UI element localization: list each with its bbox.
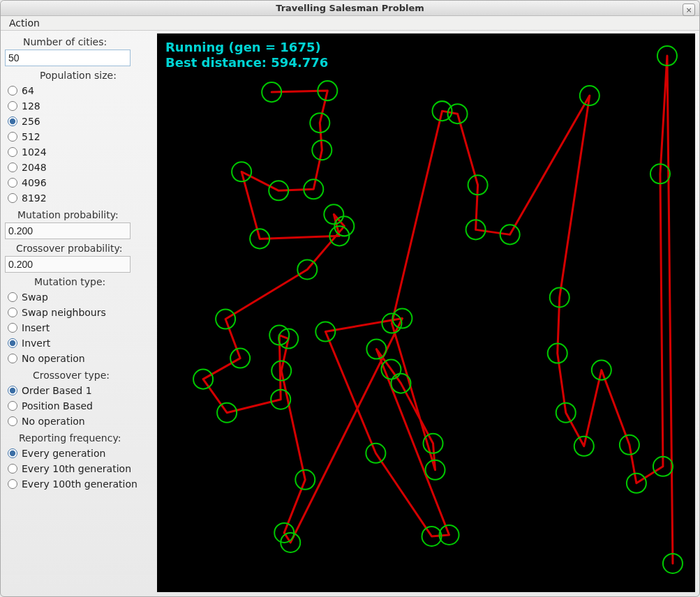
cross-type-radio-1[interactable] (8, 401, 17, 411)
cross-type-label: Crossover type: (5, 367, 154, 382)
report-freq-radio-1[interactable] (8, 464, 17, 474)
pop-size-radio-5[interactable] (8, 163, 17, 172)
menu-action[interactable]: Action (5, 16, 44, 30)
cross-type-label-1: Position Based (22, 400, 93, 411)
route-polyline (203, 56, 673, 564)
pop-size-label-7: 8192 (22, 192, 47, 204)
mut-prob-label: Mutation probability: (5, 206, 154, 222)
pop-size-option-2[interactable]: 256 (5, 114, 154, 129)
mut-type-option-2[interactable]: Insert (5, 320, 154, 335)
pop-size-label-3: 512 (22, 131, 40, 142)
report-freq-radio-2[interactable] (8, 479, 17, 489)
mut-type-option-0[interactable]: Swap (5, 289, 154, 305)
pop-size-radio-2[interactable] (8, 116, 17, 126)
pop-size-option-7[interactable]: 8192 (5, 190, 154, 206)
pop-size-radio-3[interactable] (8, 132, 17, 142)
pop-size-radio-1[interactable] (8, 101, 17, 111)
report-freq-radio-0[interactable] (8, 448, 17, 458)
mut-prob-input[interactable] (5, 222, 131, 239)
pop-size-label: Population size: (5, 67, 154, 82)
cross-prob-input[interactable] (5, 256, 131, 273)
mut-type-radio-0[interactable] (8, 292, 17, 302)
tsp-canvas: Running (gen = 1675) Best distance: 594.… (157, 33, 695, 592)
mut-type-label-0: Swap (22, 292, 48, 303)
cross-type-group: Order Based 1Position BasedNo operation (5, 383, 154, 429)
report-freq-option-0[interactable]: Every generation (5, 446, 154, 461)
pop-size-radio-7[interactable] (8, 193, 17, 203)
pop-size-option-0[interactable]: 64 (5, 83, 154, 98)
pop-size-option-4[interactable]: 1024 (5, 144, 154, 160)
mut-type-group: SwapSwap neighboursInsertInvertNo operat… (5, 289, 154, 366)
pop-size-option-3[interactable]: 512 (5, 129, 154, 144)
status-line-1: Running (gen = 1675) (165, 40, 321, 54)
mut-type-label: Mutation type: (5, 273, 154, 289)
cross-type-radio-0[interactable] (8, 386, 17, 395)
report-freq-label-1: Every 10th generation (22, 463, 131, 474)
window-title: Travelling Salesman Problem (276, 3, 424, 13)
report-freq-group: Every generationEvery 10th generationEve… (5, 446, 154, 492)
mut-type-option-3[interactable]: Invert (5, 335, 154, 351)
mut-type-label-1: Swap neighbours (22, 307, 106, 318)
mut-type-radio-2[interactable] (8, 323, 17, 333)
pop-size-label-0: 64 (22, 85, 34, 96)
report-freq-option-2[interactable]: Every 100th generation (5, 476, 154, 492)
sidebar: Number of cities: Population size: 64128… (5, 33, 154, 592)
pop-size-option-5[interactable]: 2048 (5, 160, 154, 175)
cross-type-option-2[interactable]: No operation (5, 414, 154, 429)
report-freq-label-2: Every 100th generation (22, 478, 137, 490)
mut-type-option-1[interactable]: Swap neighbours (5, 305, 154, 320)
status-line-2: Best distance: 594.776 (165, 55, 328, 70)
cross-type-label-0: Order Based 1 (22, 385, 92, 396)
pop-size-option-6[interactable]: 4096 (5, 175, 154, 190)
cross-type-label-2: No operation (22, 416, 85, 427)
mut-type-radio-3[interactable] (8, 338, 17, 348)
mut-type-label-2: Insert (22, 322, 50, 333)
mut-type-radio-4[interactable] (8, 354, 17, 363)
pop-size-radio-4[interactable] (8, 147, 17, 157)
pop-size-label-5: 2048 (22, 162, 47, 173)
app-window: Travelling Salesman Problem × Action Num… (0, 0, 700, 597)
pop-size-radio-6[interactable] (8, 178, 17, 188)
canvas-area: Running (gen = 1675) Best distance: 594.… (157, 33, 695, 592)
cross-prob-label: Crossover probability: (5, 240, 154, 255)
pop-size-radio-0[interactable] (8, 86, 17, 96)
close-button[interactable]: × (683, 3, 695, 16)
num-cities-input[interactable] (5, 50, 131, 66)
close-icon: × (685, 6, 692, 15)
mut-type-label-3: Invert (22, 338, 50, 349)
mut-type-option-4[interactable]: No operation (5, 351, 154, 366)
pop-size-label-1: 128 (22, 100, 40, 112)
pop-size-label-6: 4096 (22, 177, 47, 188)
mut-type-radio-1[interactable] (8, 308, 17, 317)
pop-size-label-2: 256 (22, 116, 40, 127)
num-cities-label: Number of cities: (5, 33, 154, 49)
cross-type-radio-2[interactable] (8, 416, 17, 426)
menubar: Action (1, 16, 699, 31)
report-freq-label-0: Every generation (22, 448, 105, 459)
cross-type-option-0[interactable]: Order Based 1 (5, 383, 154, 398)
report-freq-option-1[interactable]: Every 10th generation (5, 461, 154, 476)
mut-type-label-4: No operation (22, 353, 85, 364)
cross-type-option-1[interactable]: Position Based (5, 398, 154, 414)
titlebar: Travelling Salesman Problem × (1, 1, 699, 16)
pop-size-label-4: 1024 (22, 146, 47, 158)
client-area: Number of cities: Population size: 64128… (1, 31, 699, 596)
report-freq-label: Reporting frequency: (5, 430, 154, 445)
pop-size-group: 641282565121024204840968192 (5, 83, 154, 206)
pop-size-option-1[interactable]: 128 (5, 98, 154, 114)
